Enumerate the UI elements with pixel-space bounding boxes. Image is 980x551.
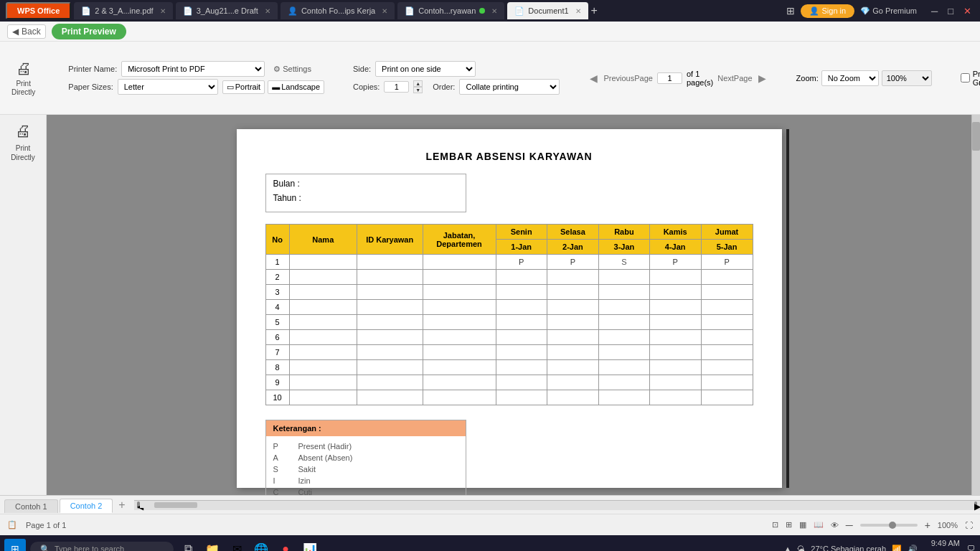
tab-close-draft[interactable]: ✕	[265, 7, 270, 15]
copies-spinner[interactable]: ▲ ▼	[413, 80, 423, 93]
legend-code-a: A	[273, 453, 284, 462]
zoom-slider[interactable]	[860, 524, 918, 527]
sheet-tab-contoh1[interactable]: Contoh 1	[4, 499, 58, 513]
td-selasa-1: P	[547, 255, 598, 270]
paper-size-select[interactable]: Letter	[118, 79, 218, 95]
print-gridlines-checkbox[interactable]	[961, 73, 970, 83]
back-button[interactable]: ◀ Back	[7, 24, 46, 39]
attendance-table: No Nama ID Karyawan Jabatan, Departemen …	[265, 224, 753, 405]
vertical-scrollbar[interactable]	[971, 115, 980, 495]
table-row: 6	[265, 330, 753, 345]
view-layout-icon[interactable]: ▦	[799, 520, 806, 529]
sign-in-button[interactable]: 👤 Sign in	[801, 4, 855, 18]
tab-contoh-ryawan[interactable]: 📄 Contoh...ryawan ✕	[397, 2, 504, 19]
go-premium-button[interactable]: 💎 Go Premium	[860, 6, 917, 16]
view-normal-icon[interactable]: ⊡	[772, 520, 778, 529]
edge-icon[interactable]: 🌐	[251, 539, 271, 551]
zoom-in-icon[interactable]: +	[925, 519, 930, 531]
status-bar: 📋 Page 1 of 1 ⊡ ⊞ ▦ 📖 👁 ─ + 100% ⛶	[0, 514, 980, 535]
td-no-4: 4	[265, 300, 289, 315]
scroll-thumb[interactable]	[972, 122, 980, 151]
search-bar[interactable]: 🔍 Type here to search	[30, 542, 174, 552]
print-preview-button[interactable]: Print Preview	[52, 24, 126, 39]
legend-item-c: C Cuti	[273, 488, 458, 495]
network-icon: 📶	[892, 545, 902, 552]
th-jabatan: Jabatan, Departemen	[423, 225, 496, 255]
notification-icon[interactable]: 🗨	[967, 544, 976, 551]
landscape-button[interactable]: ▬ Landscape	[268, 80, 324, 94]
prev-page-button[interactable]: ◀	[588, 72, 599, 84]
th-2jan: 2-Jan	[547, 240, 598, 255]
tab-document1[interactable]: 📄 Document1 ✕	[507, 2, 588, 19]
print-gridlines-row: Print Gridlines	[961, 70, 980, 87]
weather-text: 27°C Sebagian cerah	[811, 545, 886, 551]
printer-name-label: Printer Name:	[68, 65, 117, 73]
wps-office-tab[interactable]: WPS Office	[6, 2, 71, 19]
minimize-button[interactable]: ─	[928, 6, 941, 17]
tab-draft[interactable]: 📄 3_Aug21...e Draft ✕	[176, 2, 278, 19]
printer-settings-group: Printer Name: Microsoft Print to PDF ⚙ S…	[68, 61, 324, 95]
tahun-label: Tahun :	[273, 193, 301, 203]
copies-down[interactable]: ▼	[413, 87, 423, 93]
td-rabu-1: S	[599, 255, 650, 270]
side-select[interactable]: Print on one side	[375, 61, 476, 77]
close-button[interactable]: ✕	[961, 6, 974, 17]
legend-code-p: P	[273, 442, 284, 451]
h-scroll-right[interactable]: ▶	[974, 501, 977, 509]
start-button[interactable]: ⊞	[4, 539, 26, 551]
order-select[interactable]: Collate printing	[459, 79, 560, 95]
table-row: 10	[265, 390, 753, 405]
tab-close-ryawan[interactable]: ✕	[491, 7, 497, 15]
printer-name-row: Printer Name: Microsoft Print to PDF ⚙ S…	[68, 61, 324, 77]
table-row: 4	[265, 300, 753, 315]
toolbar-top: ◀ Back Print Preview	[0, 22, 980, 42]
task-view-icon[interactable]: ⧉	[178, 539, 198, 551]
fullscreen-icon[interactable]: ⛶	[965, 521, 973, 529]
td-no-5: 5	[265, 315, 289, 330]
new-tab-button[interactable]: +	[591, 4, 598, 17]
maximize-button[interactable]: □	[945, 6, 956, 17]
next-page-button[interactable]: ▶	[757, 72, 768, 84]
tab-close-doc1[interactable]: ✕	[575, 7, 581, 15]
print-directly-button[interactable]: 🖨 Print Directly	[7, 57, 39, 100]
view-page-break-icon[interactable]: ⊞	[786, 520, 792, 529]
th-senin: Senin	[496, 225, 547, 240]
paper-sizes-label: Paper Sizes:	[68, 83, 113, 91]
chrome-icon[interactable]: ●	[275, 539, 296, 551]
view-read-icon[interactable]: 📖	[814, 520, 824, 529]
legend-header: Keterangan :	[266, 420, 466, 436]
copies-up[interactable]: ▲	[413, 80, 423, 87]
legend-code-s: S	[273, 465, 284, 474]
h-scroll-thumb[interactable]	[154, 502, 197, 508]
zoom-preset-select[interactable]: No Zoom	[821, 70, 879, 86]
th-1jan: 1-Jan	[496, 240, 547, 255]
zoom-out-icon[interactable]: ─	[846, 519, 853, 531]
horizontal-scrollbar[interactable]: ◀ ▶	[134, 500, 980, 510]
tab-close-fo[interactable]: ✕	[382, 7, 387, 15]
portrait-button[interactable]: ▭ Portrait	[222, 80, 265, 94]
tab-contoh-fo[interactable]: 👤 Contoh Fo...ips Kerja ✕	[281, 2, 395, 19]
td-no-9: 9	[265, 375, 289, 390]
view-options-icon[interactable]: 👁	[831, 521, 839, 529]
legend-code-i: I	[273, 476, 284, 485]
sheet-tab-contoh2[interactable]: Contoh 2	[60, 499, 113, 513]
page-number-input[interactable]	[657, 72, 682, 84]
copies-input[interactable]	[384, 81, 409, 93]
file-explorer-icon[interactable]: 📁	[202, 539, 222, 551]
mail-icon[interactable]: ✉	[227, 539, 247, 551]
clock[interactable]: 9:49 AM 8/13/2021	[925, 538, 960, 551]
excel-icon[interactable]: 📊	[300, 539, 320, 551]
next-page-label[interactable]: NextPage	[717, 74, 752, 83]
previous-page-label[interactable]: PreviousPage	[603, 74, 653, 83]
printer-name-select[interactable]: Microsoft Print to PDF	[121, 61, 265, 77]
tab-pdf[interactable]: 📄 2 & 3_A...ine.pdf ✕	[74, 2, 172, 19]
tray-arrow-icon[interactable]: ▲	[783, 545, 791, 551]
settings-button[interactable]: ⚙ Settings	[269, 63, 316, 75]
tab-close-pdf[interactable]: ✕	[160, 7, 166, 15]
table-row: 9	[265, 375, 753, 390]
add-sheet-button[interactable]: +	[114, 497, 129, 513]
zoom-percent-select[interactable]: 100%	[882, 70, 932, 86]
print-options-group: Side: Print on one side Copies: ▲ ▼ Orde…	[353, 61, 560, 95]
copies-label: Copies:	[353, 83, 380, 91]
contoh-fo-icon: 👤	[288, 6, 298, 16]
